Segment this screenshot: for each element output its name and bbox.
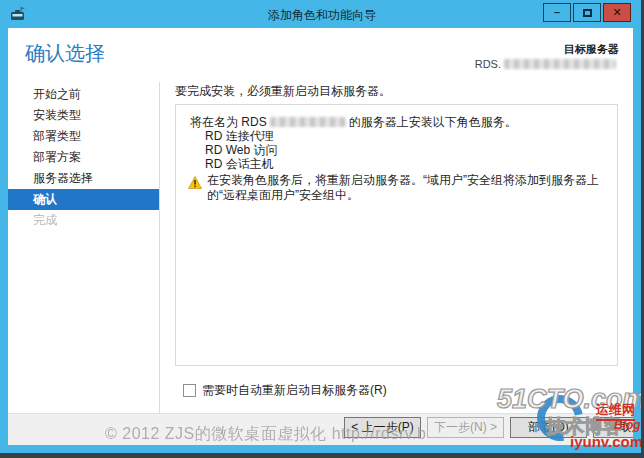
role-service-item: RD Web 访问 (205, 143, 277, 157)
target-server-name: RDS. (475, 58, 619, 71)
maximize-button[interactable] (573, 3, 601, 22)
install-line-prefix: 将在名为 RDS (190, 115, 267, 129)
wizard-window: 添加角色和功能向导 – ✕ 确认选择 目标服务器 RDS. 开始之前 安装类型 (0, 0, 644, 458)
restart-checkbox-row: 需要时自动重新启动目标服务器(R) (183, 382, 387, 399)
restart-checkbox[interactable] (183, 384, 196, 397)
warning-row: 在安装角色服务后，将重新启动服务器。“域用户”安全组将添加到服务器上的“远程桌面… (188, 173, 600, 203)
window-edge-bottom (0, 453, 644, 458)
target-server-label: 目标服务器 (475, 42, 619, 57)
step-confirmation[interactable]: 确认 (8, 189, 159, 210)
step-server-selection[interactable]: 服务器选择 (8, 168, 159, 189)
step-installation-type[interactable]: 安装类型 (8, 105, 159, 126)
warning-text: 在安装角色服务后，将重新启动服务器。“域用户”安全组将添加到服务器上的“远程桌面… (207, 173, 600, 203)
role-service-item: RD 连接代理 (205, 129, 277, 143)
install-line-suffix: 的服务器上安装以下角色服务。 (349, 115, 517, 129)
step-before-you-begin[interactable]: 开始之前 (8, 84, 159, 105)
caption-buttons: – ✕ (543, 3, 631, 22)
wizard-body: 确认选择 目标服务器 RDS. 开始之前 安装类型 部署类型 部署方案 服务器选… (8, 28, 633, 445)
redacted-server-name-inline (270, 117, 346, 127)
blog-watermark: Blog (614, 418, 641, 432)
step-results: 完成 (8, 210, 159, 231)
sidebar-divider (159, 82, 160, 413)
step-deployment-type[interactable]: 部署类型 (8, 126, 159, 147)
restart-checkbox-label: 需要时自动重新启动目标服务器(R) (202, 382, 387, 399)
close-icon: ✕ (612, 7, 621, 18)
page-title: 确认选择 (25, 40, 105, 67)
confirmation-box: 将在名为 RDS的服务器上安装以下角色服务。 RD 连接代理 RD Web 访问… (175, 104, 618, 366)
target-server-prefix: RDS. (475, 58, 501, 70)
minimize-button[interactable]: – (543, 3, 571, 22)
title-bar: 添加角色和功能向导 – ✕ (0, 0, 644, 28)
wizard-steps-nav: 开始之前 安装类型 部署类型 部署方案 服务器选择 确认 完成 (8, 84, 159, 231)
redacted-server-name (504, 59, 616, 69)
next-button[interactable]: 下一步(N) > (427, 417, 504, 438)
restart-notice: 要完成安装，必须重新启动目标服务器。 (175, 83, 391, 100)
iyunv-domain-watermark: iyunv.com (570, 433, 643, 450)
target-server-block: 目标服务器 RDS. (475, 42, 619, 71)
role-services-list: RD 连接代理 RD Web 访问 RD 会话主机 (205, 129, 277, 171)
close-button[interactable]: ✕ (603, 3, 631, 22)
step-deployment-scenario[interactable]: 部署方案 (8, 147, 159, 168)
role-service-item: RD 会话主机 (205, 157, 277, 171)
copyright-watermark: © 2012 ZJS的微软桌面虚拟化 http://rdsrv.b (105, 424, 426, 445)
minimize-icon: – (554, 7, 560, 18)
warning-icon (188, 175, 202, 188)
maximize-icon (583, 9, 592, 17)
